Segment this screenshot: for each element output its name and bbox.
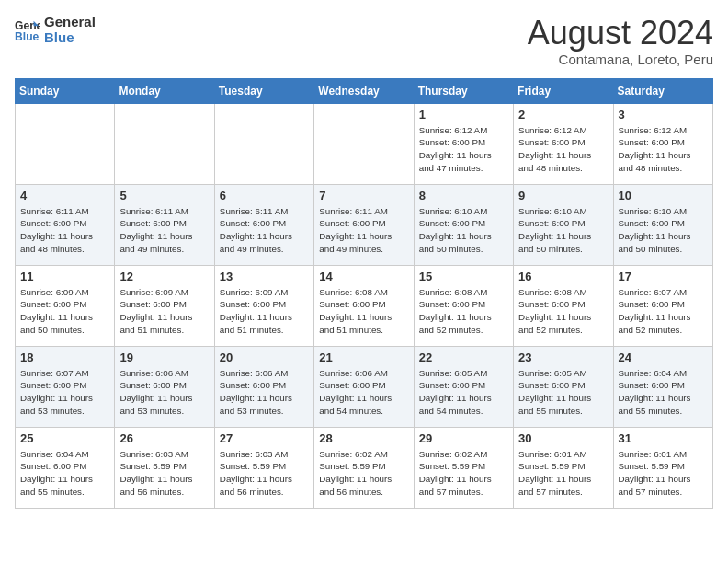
- day-number: 7: [319, 189, 408, 202]
- calendar-cell: 8Sunrise: 6:10 AMSunset: 6:00 PMDaylight…: [414, 184, 513, 265]
- svg-text:Blue: Blue: [15, 30, 40, 43]
- calendar-cell: 31Sunrise: 6:01 AMSunset: 5:59 PMDayligh…: [613, 427, 712, 508]
- day-number: 16: [518, 270, 608, 283]
- weekday-header-tuesday: Tuesday: [214, 78, 313, 103]
- day-info: Sunrise: 6:04 AMSunset: 6:00 PMDaylight:…: [20, 448, 109, 499]
- calendar-cell: 17Sunrise: 6:07 AMSunset: 6:00 PMDayligh…: [613, 265, 712, 346]
- day-info: Sunrise: 6:11 AMSunset: 6:00 PMDaylight:…: [119, 205, 209, 256]
- weekday-header-monday: Monday: [115, 78, 214, 103]
- calendar-cell: 7Sunrise: 6:11 AMSunset: 6:00 PMDaylight…: [314, 184, 414, 265]
- logo-line1: General: [44, 15, 96, 30]
- day-info: Sunrise: 6:08 AMSunset: 6:00 PMDaylight:…: [419, 286, 508, 337]
- logo-line2: Blue: [44, 30, 96, 46]
- day-info: Sunrise: 6:06 AMSunset: 6:00 PMDaylight:…: [319, 367, 408, 418]
- calendar-cell: 29Sunrise: 6:02 AMSunset: 5:59 PMDayligh…: [414, 427, 513, 508]
- day-info: Sunrise: 6:01 AMSunset: 5:59 PMDaylight:…: [619, 448, 708, 499]
- day-number: 6: [220, 189, 309, 202]
- day-number: 11: [20, 270, 109, 283]
- day-info: Sunrise: 6:05 AMSunset: 6:00 PMDaylight:…: [518, 367, 608, 418]
- calendar-title: August 2024: [528, 15, 713, 52]
- day-number: 22: [419, 350, 508, 364]
- calendar-cell: 10Sunrise: 6:10 AMSunset: 6:00 PMDayligh…: [613, 184, 712, 265]
- calendar-cell: 26Sunrise: 6:03 AMSunset: 5:59 PMDayligh…: [115, 427, 214, 508]
- day-number: 26: [119, 431, 209, 445]
- day-info: Sunrise: 6:02 AMSunset: 5:59 PMDaylight:…: [319, 448, 408, 499]
- day-info: Sunrise: 6:03 AMSunset: 5:59 PMDaylight:…: [119, 448, 209, 499]
- calendar-table: SundayMondayTuesdayWednesdayThursdayFrid…: [15, 78, 713, 509]
- day-info: Sunrise: 6:10 AMSunset: 6:00 PMDaylight:…: [419, 205, 508, 256]
- logo: General Blue General Blue: [15, 15, 96, 45]
- day-number: 5: [119, 189, 209, 202]
- week-row-3: 11Sunrise: 6:09 AMSunset: 6:00 PMDayligh…: [16, 265, 713, 346]
- calendar-cell: 25Sunrise: 6:04 AMSunset: 6:00 PMDayligh…: [16, 427, 115, 508]
- calendar-cell: 2Sunrise: 6:12 AMSunset: 6:00 PMDaylight…: [514, 103, 613, 184]
- day-info: Sunrise: 6:11 AMSunset: 6:00 PMDaylight:…: [20, 205, 109, 256]
- day-number: 31: [619, 431, 708, 445]
- day-info: Sunrise: 6:12 AMSunset: 6:00 PMDaylight:…: [518, 124, 608, 175]
- day-info: Sunrise: 6:11 AMSunset: 6:00 PMDaylight:…: [220, 205, 309, 256]
- calendar-cell: [214, 103, 313, 184]
- day-info: Sunrise: 6:12 AMSunset: 6:00 PMDaylight:…: [419, 124, 508, 175]
- day-number: 27: [220, 431, 309, 445]
- calendar-cell: 23Sunrise: 6:05 AMSunset: 6:00 PMDayligh…: [514, 346, 613, 427]
- day-number: 30: [518, 431, 608, 445]
- calendar-cell: 1Sunrise: 6:12 AMSunset: 6:00 PMDaylight…: [414, 103, 513, 184]
- week-row-1: 1Sunrise: 6:12 AMSunset: 6:00 PMDaylight…: [16, 103, 713, 184]
- day-info: Sunrise: 6:06 AMSunset: 6:00 PMDaylight:…: [119, 367, 209, 418]
- calendar-cell: 30Sunrise: 6:01 AMSunset: 5:59 PMDayligh…: [514, 427, 613, 508]
- calendar-cell: 27Sunrise: 6:03 AMSunset: 5:59 PMDayligh…: [214, 427, 313, 508]
- day-number: 4: [20, 189, 109, 202]
- day-number: 14: [319, 270, 408, 283]
- calendar-cell: 22Sunrise: 6:05 AMSunset: 6:00 PMDayligh…: [414, 346, 513, 427]
- week-row-4: 18Sunrise: 6:07 AMSunset: 6:00 PMDayligh…: [16, 346, 713, 427]
- calendar-cell: 11Sunrise: 6:09 AMSunset: 6:00 PMDayligh…: [16, 265, 115, 346]
- day-info: Sunrise: 6:09 AMSunset: 6:00 PMDaylight:…: [220, 286, 309, 337]
- day-number: 24: [619, 350, 708, 364]
- day-info: Sunrise: 6:02 AMSunset: 5:59 PMDaylight:…: [419, 448, 508, 499]
- calendar-cell: 15Sunrise: 6:08 AMSunset: 6:00 PMDayligh…: [414, 265, 513, 346]
- day-info: Sunrise: 6:09 AMSunset: 6:00 PMDaylight:…: [20, 286, 109, 337]
- calendar-cell: 3Sunrise: 6:12 AMSunset: 6:00 PMDaylight…: [613, 103, 712, 184]
- logo-icon: General Blue: [15, 17, 40, 43]
- calendar-cell: [16, 103, 115, 184]
- day-info: Sunrise: 6:07 AMSunset: 6:00 PMDaylight:…: [20, 367, 109, 418]
- calendar-cell: 12Sunrise: 6:09 AMSunset: 6:00 PMDayligh…: [115, 265, 214, 346]
- day-info: Sunrise: 6:06 AMSunset: 6:00 PMDaylight:…: [220, 367, 309, 418]
- day-number: 10: [619, 189, 708, 202]
- weekday-header-row: SundayMondayTuesdayWednesdayThursdayFrid…: [16, 78, 713, 103]
- calendar-cell: 21Sunrise: 6:06 AMSunset: 6:00 PMDayligh…: [314, 346, 414, 427]
- day-info: Sunrise: 6:07 AMSunset: 6:00 PMDaylight:…: [619, 286, 708, 337]
- day-number: 13: [220, 270, 309, 283]
- calendar-cell: 6Sunrise: 6:11 AMSunset: 6:00 PMDaylight…: [214, 184, 313, 265]
- day-number: 17: [619, 270, 708, 283]
- day-number: 18: [20, 350, 109, 364]
- weekday-header-friday: Friday: [514, 78, 613, 103]
- day-number: 15: [419, 270, 508, 283]
- calendar-cell: 24Sunrise: 6:04 AMSunset: 6:00 PMDayligh…: [613, 346, 712, 427]
- title-area: August 2024 Contamana, Loreto, Peru: [528, 15, 713, 67]
- calendar-cell: 14Sunrise: 6:08 AMSunset: 6:00 PMDayligh…: [314, 265, 414, 346]
- calendar-cell: [115, 103, 214, 184]
- calendar-cell: [314, 103, 414, 184]
- calendar-cell: 28Sunrise: 6:02 AMSunset: 5:59 PMDayligh…: [314, 427, 414, 508]
- weekday-header-saturday: Saturday: [613, 78, 712, 103]
- calendar-cell: 9Sunrise: 6:10 AMSunset: 6:00 PMDaylight…: [514, 184, 613, 265]
- day-number: 29: [419, 431, 508, 445]
- day-info: Sunrise: 6:08 AMSunset: 6:00 PMDaylight:…: [319, 286, 408, 337]
- day-number: 25: [20, 431, 109, 445]
- day-number: 8: [419, 189, 508, 202]
- week-row-5: 25Sunrise: 6:04 AMSunset: 6:00 PMDayligh…: [16, 427, 713, 508]
- weekday-header-wednesday: Wednesday: [314, 78, 414, 103]
- day-number: 3: [619, 108, 708, 121]
- day-number: 2: [518, 108, 608, 121]
- day-info: Sunrise: 6:04 AMSunset: 6:00 PMDaylight:…: [619, 367, 708, 418]
- calendar-cell: 13Sunrise: 6:09 AMSunset: 6:00 PMDayligh…: [214, 265, 313, 346]
- calendar-subtitle: Contamana, Loreto, Peru: [528, 52, 713, 67]
- day-number: 21: [319, 350, 408, 364]
- day-info: Sunrise: 6:11 AMSunset: 6:00 PMDaylight:…: [319, 205, 408, 256]
- calendar-cell: 4Sunrise: 6:11 AMSunset: 6:00 PMDaylight…: [16, 184, 115, 265]
- day-number: 1: [419, 108, 508, 121]
- calendar-cell: 20Sunrise: 6:06 AMSunset: 6:00 PMDayligh…: [214, 346, 313, 427]
- day-info: Sunrise: 6:10 AMSunset: 6:00 PMDaylight:…: [619, 205, 708, 256]
- day-number: 9: [518, 189, 608, 202]
